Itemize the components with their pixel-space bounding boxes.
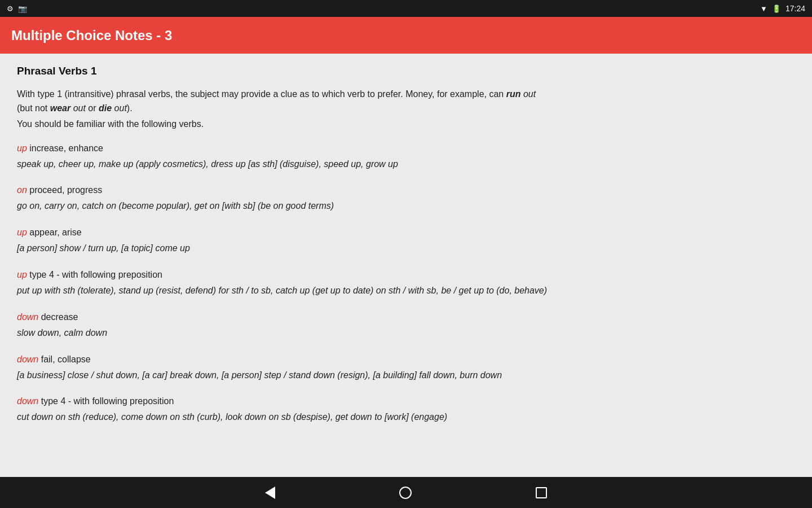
status-icons-left: ⚙ 📷 [7, 5, 27, 13]
home-button[interactable] [399, 487, 412, 499]
keyword-down-2: down [17, 354, 38, 364]
verb-block-down-fail: down fail, collapse [a business] close /… [17, 353, 795, 383]
examples-down-3: cut down on sth (reduce), come down on s… [17, 410, 795, 424]
keyword-down-3: down [17, 396, 38, 406]
verb-line-up-appear: up appear, arise [17, 226, 795, 239]
verb-line-up-type4: up type 4 - with following preposition [17, 268, 795, 282]
keyword-up-3: up [17, 270, 27, 279]
def-down-3: type 4 - with following preposition [38, 396, 174, 406]
status-icons-right: ▼ 🔋 17:24 [760, 4, 805, 13]
examples-down-1: slow down, calm down [17, 326, 795, 340]
verb-block-down-type4: down type 4 - with following preposition… [17, 395, 795, 424]
keyword-up-2: up [17, 227, 27, 237]
nav-bar [0, 477, 812, 508]
verb-line-down-fail: down fail, collapse [17, 353, 795, 366]
examples-down-2: [a business] close / shut down, [a car] … [17, 369, 795, 383]
verb-block-up-increase: up increase, enhance speak up, cheer up,… [17, 142, 795, 172]
verb-line-down-decrease: down decrease [17, 310, 795, 324]
def-up-1: increase, enhance [27, 143, 103, 153]
examples-on-1: go on, carry on, catch on (become popula… [17, 199, 795, 213]
battery-icon: 🔋 [772, 5, 781, 13]
verb-line-down-type4: down type 4 - with following preposition [17, 395, 795, 408]
verb-line-on-proceed: on proceed, progress [17, 183, 795, 197]
keyword-up-1: up [17, 143, 27, 153]
examples-up-1: speak up, cheer up, make up (apply cosme… [17, 157, 795, 172]
verb-line-up-increase: up increase, enhance [17, 142, 795, 155]
def-down-1: decrease [38, 312, 78, 322]
app-title: Multiple Choice Notes - 3 [11, 28, 172, 43]
def-down-2: fail, collapse [38, 354, 91, 364]
keyword-on-1: on [17, 185, 27, 195]
back-button[interactable] [265, 487, 275, 499]
wear-keyword: wear [50, 103, 70, 113]
run-keyword: run [506, 89, 521, 99]
status-bar: ⚙ 📷 ▼ 🔋 17:24 [0, 0, 812, 17]
settings-icon: ⚙ [7, 5, 14, 13]
def-up-2: appear, arise [27, 227, 82, 237]
def-up-3: type 4 - with following preposition [27, 270, 162, 279]
camera-icon: 📷 [18, 5, 27, 13]
verb-block-on-proceed: on proceed, progress go on, carry on, ca… [17, 183, 795, 213]
verb-block-down-decrease: down decrease slow down, calm down [17, 310, 795, 340]
app-bar: Multiple Choice Notes - 3 [0, 17, 812, 54]
def-on-1: proceed, progress [27, 185, 102, 195]
verb-block-up-appear: up appear, arise [a person] show / turn … [17, 226, 795, 256]
recents-button[interactable] [536, 487, 547, 498]
intro-paragraph: With type 1 (intransitive) phrasal verbs… [17, 87, 795, 116]
content-area: Phrasal Verbs 1 With type 1 (intransitiv… [0, 54, 812, 477]
die-keyword: die [99, 103, 112, 113]
examples-up-3: put up with sth (tolerate), stand up (re… [17, 284, 795, 298]
familiar-text: You should be familiar with the followin… [17, 119, 795, 129]
verb-block-up-type4: up type 4 - with following preposition p… [17, 268, 795, 298]
keyword-down-1: down [17, 312, 38, 322]
examples-up-2: [a person] show / turn up, [a topic] com… [17, 242, 795, 256]
wifi-icon: ▼ [760, 5, 767, 13]
time-display: 17:24 [785, 4, 805, 13]
section-title: Phrasal Verbs 1 [17, 65, 795, 77]
